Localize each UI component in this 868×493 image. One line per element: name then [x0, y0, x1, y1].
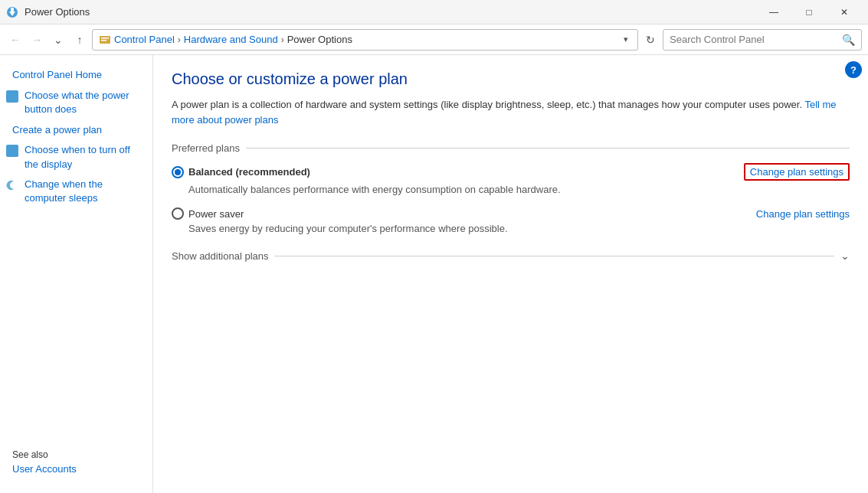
maximize-button[interactable]: □	[791, 0, 827, 24]
breadcrumb-control-panel[interactable]: Control Panel	[114, 34, 175, 45]
additional-plans-divider	[274, 256, 834, 256]
title-bar: Power Options — □ ✕	[0, 0, 868, 24]
content-area: ? Choose or customize a power plan A pow…	[153, 55, 868, 493]
svg-rect-7	[13, 93, 15, 96]
dropdown-button[interactable]: ⌄	[49, 31, 67, 49]
plug-icon	[6, 90, 18, 103]
help-button[interactable]: ?	[845, 61, 862, 78]
app-icon	[6, 6, 18, 18]
radio-balanced[interactable]	[172, 166, 184, 178]
see-also-label: See also	[12, 449, 140, 460]
svg-rect-4	[101, 40, 106, 41]
breadcrumb-hardware-sound[interactable]: Hardware and Sound	[184, 34, 278, 45]
window-controls: — □ ✕	[756, 0, 862, 24]
radio-balanced-inner	[175, 169, 181, 175]
svg-rect-8	[8, 149, 16, 154]
sidebar-item-computer-sleeps-label: Change when the computer sleeps	[25, 178, 146, 205]
plan-power-saver-row: Power saver Change plan settings	[172, 207, 850, 220]
page-description: A power plan is a collection of hardware…	[172, 97, 850, 127]
page-description-text: A power plan is a collection of hardware…	[172, 99, 802, 110]
plan-power-saver-description: Saves energy by reducing your computer's…	[188, 223, 850, 234]
plan-power-saver-name-row: Power saver	[172, 207, 244, 220]
sidebar-bottom-section: See also User Accounts	[0, 440, 152, 484]
breadcrumb-power-options: Power Options	[287, 34, 352, 45]
sidebar-item-turn-off-display-label: Choose when to turn off the display	[25, 143, 146, 171]
svg-rect-1	[11, 8, 14, 11]
radio-power-saver[interactable]	[172, 207, 184, 220]
forward-button[interactable]: →	[28, 31, 46, 49]
refresh-button[interactable]: ↻	[641, 31, 660, 49]
svg-rect-6	[10, 93, 11, 96]
sidebar-item-power-button-label: Choose what the power button does	[25, 89, 146, 116]
moon-icon	[6, 179, 18, 194]
sidebar: Control Panel Home Choose what the power…	[0, 55, 153, 493]
page-title: Choose or customize a power plan	[172, 70, 850, 88]
svg-rect-3	[101, 38, 109, 39]
sidebar-item-create-plan[interactable]: Create a power plan	[0, 119, 152, 141]
sidebar-user-accounts-link[interactable]: User Accounts	[12, 463, 140, 475]
sidebar-item-computer-sleeps[interactable]: Change when the computer sleeps	[0, 175, 152, 208]
address-dropdown-button[interactable]: ▾	[621, 34, 631, 44]
additional-plans-row: Show additional plans ⌄	[172, 250, 850, 262]
address-bar: ← → ⌄ ↑ Control Panel › Hardware and Sou…	[0, 24, 868, 55]
chevron-down-icon[interactable]: ⌄	[840, 250, 850, 262]
address-box: Control Panel › Hardware and Sound › Pow…	[92, 29, 638, 51]
search-box: 🔍	[663, 29, 862, 51]
change-settings-power-saver-link[interactable]: Change plan settings	[756, 208, 850, 220]
close-button[interactable]: ✕	[827, 0, 862, 24]
plan-balanced-label: Balanced (recommended)	[188, 166, 310, 178]
svg-rect-5	[8, 95, 16, 100]
up-button[interactable]: ↑	[70, 31, 89, 49]
preferred-plans-section: Preferred plans Balanced (recommended) C…	[172, 142, 850, 234]
main-layout: Control Panel Home Choose what the power…	[0, 55, 868, 493]
back-button[interactable]: ←	[6, 31, 25, 49]
plan-item-power-saver: Power saver Change plan settings Saves e…	[172, 207, 850, 234]
plan-balanced-name-row: Balanced (recommended)	[172, 166, 310, 178]
plans-divider	[246, 148, 850, 149]
breadcrumb: Control Panel › Hardware and Sound › Pow…	[99, 34, 617, 46]
sidebar-item-power-button[interactable]: Choose what the power button does	[0, 86, 152, 119]
additional-plans-label: Show additional plans	[172, 250, 268, 262]
svg-rect-9	[10, 147, 11, 150]
sidebar-item-turn-off-display[interactable]: Choose when to turn off the display	[0, 140, 152, 174]
plans-header: Preferred plans	[172, 142, 850, 154]
plan-item-balanced: Balanced (recommended) Change plan setti…	[172, 163, 850, 195]
svg-rect-10	[13, 147, 15, 150]
plan-power-saver-label: Power saver	[188, 208, 244, 220]
change-settings-balanced-link[interactable]: Change plan settings	[744, 163, 850, 181]
minimize-button[interactable]: —	[756, 0, 791, 24]
plan-balanced-description: Automatically balances performance with …	[188, 184, 850, 195]
search-icon: 🔍	[842, 34, 855, 46]
search-input[interactable]	[670, 34, 842, 45]
breadcrumb-icon	[99, 34, 111, 46]
plan-balanced-row: Balanced (recommended) Change plan setti…	[172, 163, 850, 181]
plans-header-label: Preferred plans	[172, 142, 240, 154]
window-title: Power Options	[25, 6, 90, 18]
sidebar-item-control-panel-home[interactable]: Control Panel Home	[0, 64, 152, 86]
display-plug-icon	[6, 145, 18, 157]
